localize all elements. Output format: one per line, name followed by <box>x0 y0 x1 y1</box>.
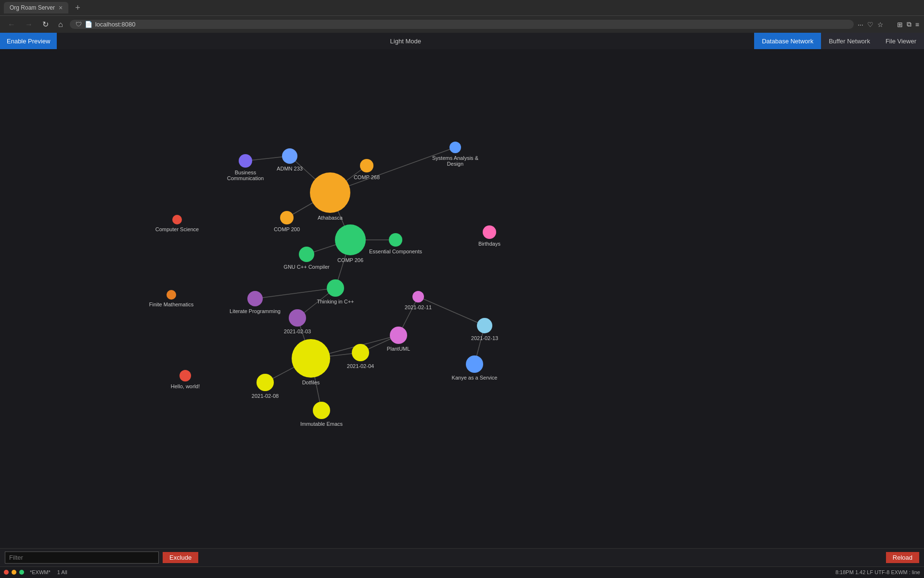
status-dot-red <box>4 570 9 575</box>
app-bar-right: Database Network Buffer Network File Vie… <box>754 33 924 49</box>
node-immutable-emacs[interactable] <box>313 402 330 419</box>
filter-input[interactable] <box>5 552 159 564</box>
label-finite-math: Finite Mathematics <box>149 302 193 307</box>
workspace-label: *EXWM* <box>30 569 51 575</box>
label-2021-02-11: 2021-02-11 <box>405 304 432 310</box>
label-plantuml: PlantUML <box>387 346 410 352</box>
node-admn233[interactable] <box>282 148 297 164</box>
node-birthdays[interactable] <box>483 225 496 239</box>
node-plantuml[interactable] <box>390 327 407 344</box>
browser-tab[interactable]: Org Roam Server × <box>4 2 68 13</box>
label-admn233: ADMN 233 <box>277 166 303 171</box>
tab-buffer-network[interactable]: Buffer Network <box>821 33 878 49</box>
exclude-button[interactable]: Exclude <box>163 552 198 563</box>
label-hello-world: Hello, world! <box>171 383 200 389</box>
collections-icon[interactable]: ⊞ <box>897 21 903 28</box>
svg-line-9 <box>255 288 335 299</box>
tab-database-network[interactable]: Database Network <box>754 33 821 49</box>
reload-nav-button[interactable]: ↻ <box>39 19 51 30</box>
nav-right: ··· ♡ ☆ ⊞ ⧉ ≡ <box>858 20 919 28</box>
label-business-communication: BusinessCommunication <box>227 170 264 181</box>
graph-area: BusinessCommunicationADMN 233COMP 268Sys… <box>0 49 924 548</box>
label-immutable-emacs: Immutable Emacs <box>300 421 343 427</box>
node-comp206[interactable] <box>335 224 366 255</box>
node-business-communication[interactable] <box>239 154 252 168</box>
node-2021-02-04[interactable] <box>352 344 369 361</box>
label-comp206: COMP 206 <box>337 257 363 263</box>
label-literate-programming: Literate Programming <box>230 308 281 314</box>
bookmarks-icon[interactable]: ♡ <box>867 21 873 28</box>
label-2021-02-08: 2021-02-08 <box>252 393 279 399</box>
node-comp200[interactable] <box>280 211 294 224</box>
home-button[interactable]: ⌂ <box>55 19 66 30</box>
enable-preview-button[interactable]: Enable Preview <box>0 33 57 49</box>
label-gnu-cpp: GNU C++ Compiler <box>283 264 329 270</box>
bottom-bar: Exclude Reload <box>0 548 924 566</box>
address-bar[interactable] <box>95 21 848 28</box>
status-left: *EXWM* 1 All <box>4 569 67 575</box>
status-dot-green <box>19 570 24 575</box>
label-systems-analysis: Systems Analysis &Design <box>432 155 478 167</box>
label-2021-02-13: 2021-02-13 <box>471 335 498 341</box>
node-athabasca[interactable] <box>310 172 350 213</box>
label-thinking-cpp: Thinking in C++ <box>317 299 354 304</box>
back-button[interactable]: ← <box>5 19 18 30</box>
node-kanye-service[interactable] <box>466 355 483 373</box>
reload-button[interactable]: Reload <box>886 552 919 563</box>
node-2021-02-11[interactable] <box>412 291 424 302</box>
node-gnu-cpp[interactable] <box>299 247 314 262</box>
status-text: 8:18PM 1.42 LF UTF-8 EXWM : line <box>835 569 920 575</box>
svg-line-13 <box>418 297 485 326</box>
page-icon: 📄 <box>85 21 92 28</box>
shield-icon: 🛡 <box>76 21 82 28</box>
node-essential-components[interactable] <box>389 233 402 247</box>
tab-close-icon[interactable]: × <box>59 4 63 12</box>
node-hello-world[interactable] <box>180 370 191 381</box>
node-2021-02-13[interactable] <box>477 318 492 333</box>
forward-button[interactable]: → <box>22 19 36 30</box>
node-finite-math[interactable] <box>167 290 176 300</box>
label-essential-components: Essential Components <box>369 249 422 254</box>
label-kanye-service: Kanye as a Service <box>452 375 498 381</box>
label-comp200: COMP 200 <box>274 226 300 232</box>
browser-title-bar: Org Roam Server × + <box>0 0 924 15</box>
app-bar-left: Enable Preview <box>0 33 57 49</box>
node-thinking-cpp[interactable] <box>327 279 344 297</box>
label-2021-02-03: 2021-02-03 <box>284 328 311 334</box>
label-athabasca: Athabasca <box>318 215 343 221</box>
star-icon[interactable]: ☆ <box>877 21 884 28</box>
address-bar-container: 🛡 📄 <box>70 20 854 29</box>
tab-file-viewer[interactable]: File Viewer <box>878 33 924 49</box>
menu-dots-icon[interactable]: ··· <box>858 21 863 28</box>
status-bar: *EXWM* 1 All 8:18PM 1.42 LF UTF-8 EXWM :… <box>0 566 924 577</box>
app-bar: Enable Preview Light Mode Database Netwo… <box>0 33 924 49</box>
label-2021-02-04: 2021-02-04 <box>347 363 374 369</box>
node-systems-analysis[interactable] <box>449 142 461 153</box>
graph-svg <box>0 49 924 548</box>
hamburger-icon[interactable]: ≡ <box>915 21 919 28</box>
node-2021-02-03[interactable] <box>289 309 306 327</box>
split-view-icon[interactable]: ⧉ <box>907 20 911 28</box>
label-computer-science: Computer Science <box>155 226 199 232</box>
node-literate-programming[interactable] <box>247 291 263 306</box>
node-2021-02-08[interactable] <box>257 374 274 391</box>
light-mode-label: Light Mode <box>390 38 421 45</box>
label-comp268: COMP 268 <box>354 174 380 180</box>
tab-title: Org Roam Server <box>10 4 55 11</box>
status-dot-orange <box>12 570 16 575</box>
node-comp268[interactable] <box>360 159 373 172</box>
node-dotfiles[interactable] <box>292 339 330 378</box>
browser-nav: ← → ↻ ⌂ 🛡 📄 ··· ♡ ☆ ⊞ ⧉ ≡ <box>0 15 924 33</box>
label-birthdays: Birthdays <box>478 241 500 247</box>
node-computer-science[interactable] <box>172 215 182 224</box>
label-dotfiles: Dotfiles <box>302 380 320 385</box>
new-tab-button[interactable]: + <box>72 3 83 13</box>
status-right: 8:18PM 1.42 LF UTF-8 EXWM : line <box>835 569 920 575</box>
desktop-label: 1 All <box>57 569 67 575</box>
